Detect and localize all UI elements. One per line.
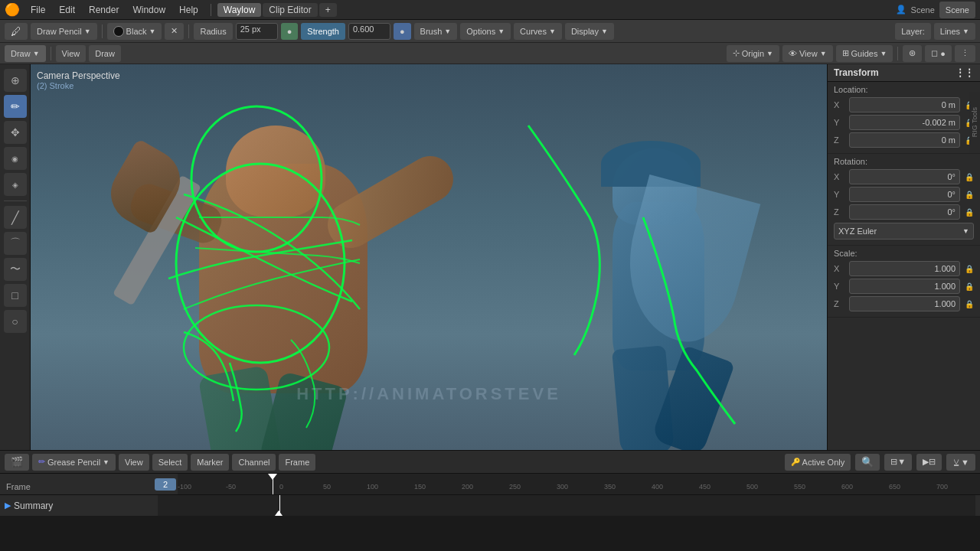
rotation-z-value[interactable]: 0° [849,204,960,220]
color-name: Black [126,27,147,36]
brush-button[interactable]: Brush ▼ [414,23,458,40]
curves-button[interactable]: Curves ▼ [514,23,562,40]
file-menu[interactable]: File [24,3,51,17]
mode-icon[interactable]: 🖊 [5,23,28,40]
draw-button-2[interactable]: Draw [89,45,121,62]
ruler-ticks: -100 -50 0 50 100 150 200 250 300 350 40… [178,474,980,494]
cursor-tool[interactable]: ⊕ [4,69,27,92]
fill-tool[interactable]: ◈ [4,173,27,196]
guides-selector[interactable]: ⊞ Guides ▼ [836,45,893,62]
edit-menu[interactable]: Edit [53,3,81,17]
workspace-button[interactable]: Waylow [217,3,262,17]
chevron-down-icon-8: ▼ [33,50,40,57]
arc-tool[interactable]: ⌒ [4,232,27,255]
move-tool[interactable]: ✥ [4,121,27,144]
view-button-2[interactable]: View [56,45,87,62]
rotation-y-label: Y [834,190,846,199]
strength-input[interactable]: 0.600 [348,23,390,40]
rotation-y-lock[interactable]: 🔒 [965,191,974,199]
display-button[interactable]: Display ▼ [565,23,614,40]
location-x-value[interactable]: 0 m [849,97,960,112]
scale-z-lock[interactable]: 🔒 [965,300,974,308]
scene-selector[interactable]: Scene [939,2,975,18]
box-tool[interactable]: □ [4,284,27,307]
draw-mode-selector[interactable]: Draw ▼ [5,45,46,62]
rotation-x-value[interactable]: 0° [849,169,960,184]
window-menu[interactable]: Window [126,3,172,17]
view-selector[interactable]: 👁 View ▼ [782,45,833,62]
scale-y-value[interactable]: 1.000 [849,279,960,294]
scale-x-value[interactable]: 1.000 [849,261,960,276]
brush-tool[interactable]: ◉ [4,147,27,170]
timeline-ruler[interactable]: Frame 2 -100 -50 0 50 100 150 200 250 30… [0,473,980,494]
overlays-toggle[interactable]: ⊛ [903,45,922,62]
scale-z-row: Z 1.000 🔒 [834,296,974,311]
circle-tool[interactable]: ○ [4,310,27,333]
grease-pencil-selector[interactable]: ✏ Grease Pencil ▼ [32,454,116,471]
line-tool[interactable]: ╱ [4,206,27,229]
rotation-x-lock[interactable]: 🔒 [965,173,974,181]
render-menu[interactable]: Render [83,3,125,17]
scale-x-lock[interactable]: 🔒 [965,265,974,273]
search-button[interactable]: 🔍 [855,454,880,471]
chevron-down-icon-2: ▼ [149,28,156,35]
options-button[interactable]: Options ▼ [460,23,511,40]
chevron-down-icon-11: ▼ [880,50,887,57]
location-section: Location: X 0 m 🔒 Y -0.002 m 🔒 Z 0 m 🔒 [828,82,980,154]
current-frame[interactable]: 2 [155,478,176,491]
radius-input[interactable]: 25 px [236,23,278,40]
scale-y-lock[interactable]: 🔒 [965,282,974,291]
stroke-info: (2) Stroke [37,81,120,90]
curve-tool[interactable]: 〜 [4,258,27,281]
add-workspace-button[interactable]: + [319,3,337,17]
blender-icon[interactable]: 🟠 [5,2,20,17]
radius-toggle[interactable]: ● [281,23,299,40]
view-menu-timeline[interactable]: View [119,454,149,471]
rotation-mode-selector[interactable]: XYZ Euler ▼ [834,223,974,240]
location-z-value[interactable]: 0 m [849,132,960,148]
active-only-button[interactable]: 🔑 Active Only [785,454,851,471]
layer-label: Layer: [895,23,931,40]
channel-menu-timeline[interactable]: Channel [232,454,276,471]
viewport-shading-buttons[interactable]: ◻ ● [925,45,952,62]
scale-x-row: X 1.000 🔒 [834,261,974,276]
summary-track[interactable] [158,495,975,516]
select-menu-timeline[interactable]: Select [152,454,188,471]
draw-pencil-selector[interactable]: Draw Pencil ▼ [31,23,97,40]
panel-options-icon[interactable]: ⋮⋮ [956,67,974,78]
grease-pencil-icon: ✏ [38,457,45,467]
left-toolbar: ⊕ ✏ ✥ ◉ ◈ ╱ ⌒ 〜 □ ○ [0,64,31,450]
scale-z-value[interactable]: 1.000 [849,296,960,311]
rotation-y-row: Y 0° 🔒 [834,187,974,202]
expand-icon[interactable]: ▶ [5,500,11,510]
strength-toggle[interactable]: ● [394,23,411,40]
timeline-options-1[interactable]: ▶⊟ [916,454,942,471]
location-y-value[interactable]: -0.002 m [849,115,960,130]
tick--100: -100 [178,481,188,491]
main-area: ⊕ ✏ ✥ ◉ ◈ ╱ ⌒ 〜 □ ○ [0,64,980,450]
draw-tool[interactable]: ✏ [4,95,27,118]
editor-type-button[interactable]: Clip Editor [263,3,317,17]
timeline-frame-input[interactable]: 2 [153,474,178,494]
rotation-z-lock[interactable]: 🔒 [965,208,974,217]
rotation-y-value[interactable]: 0° [849,187,960,202]
draw-mode-label: Draw [11,49,31,58]
location-label: Location: [834,85,974,94]
viewport-options[interactable]: ⋮ [955,45,975,62]
timeline-editor-icon[interactable]: 🎬 [5,454,29,471]
frame-menu-timeline[interactable]: Frame [279,454,315,471]
filter-button[interactable]: ⊟▼ [884,454,912,471]
origin-selector[interactable]: ⊹ Origin ▼ [727,45,779,62]
help-menu[interactable]: Help [173,3,204,17]
rotation-x-row: X 0° 🔒 [834,169,974,184]
color-selector[interactable]: Black ▼ [107,23,162,40]
viewport[interactable]: Camera Perspective (2) Stroke HTTP://ANI… [31,64,827,450]
timeline-ruler-container[interactable]: -100 -50 0 50 100 150 200 250 300 350 40… [178,474,980,494]
color-close-button[interactable]: ✕ [165,23,184,40]
marker-menu-timeline[interactable]: Marker [191,454,229,471]
user-icon: 👤 [896,5,906,15]
scale-section: Scale: X 1.000 🔒 Y 1.000 🔒 Z 1.000 🔒 [828,246,980,318]
timeline-options-2[interactable]: ⩣▼ [946,454,975,471]
layer-selector[interactable]: Lines ▼ [934,23,975,40]
tick-550: 550 [758,481,805,491]
